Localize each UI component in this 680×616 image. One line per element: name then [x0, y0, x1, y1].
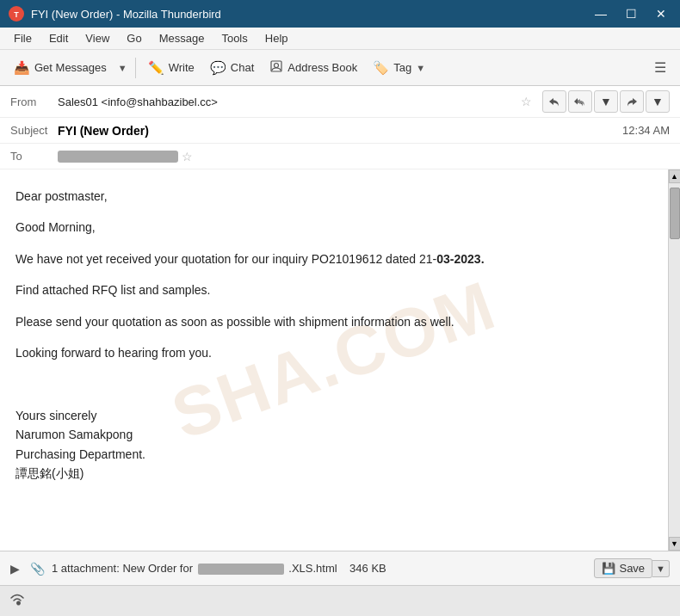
menu-tools[interactable]: Tools — [214, 30, 254, 46]
menubar: File Edit View Go Message Tools Help — [0, 28, 680, 50]
attachment-prefix: 1 attachment: New Order for — [52, 562, 193, 575]
address-book-icon — [269, 59, 283, 76]
app-icon: T — [9, 6, 24, 22]
titlebar-left: T FYI (New Order) - Mozilla Thunderbird — [9, 6, 221, 22]
chat-icon: 💬 — [210, 60, 226, 76]
menu-view[interactable]: View — [78, 30, 116, 46]
paperclip-icon: 📎 — [30, 562, 45, 576]
toolbar: 📥 Get Messages ▼ ✏️ Write 💬 Chat Address… — [0, 50, 680, 86]
subject-row: Subject FYI (New Order) 12:34 AM — [0, 118, 680, 144]
window-controls: — ☐ ✕ — [590, 5, 671, 22]
get-messages-label: Get Messages — [34, 61, 107, 74]
attachment-extension: .XLS.html — [288, 562, 337, 575]
email-body: SHA.COM Dear postmaster, Good Morning, W… — [0, 169, 668, 551]
get-messages-icon: 📥 — [14, 60, 30, 76]
attachment-size: 346 KB — [349, 562, 386, 575]
save-button-group: 💾 Save ▼ — [594, 558, 670, 578]
save-button[interactable]: 💾 Save — [594, 558, 652, 578]
save-dropdown-button[interactable]: ▼ — [652, 560, 670, 577]
dropdown-button[interactable]: ▼ — [594, 90, 618, 113]
scroll-thumb[interactable] — [670, 188, 680, 239]
body-signature: Yours sincerely Narumon Samakpong Purcha… — [15, 406, 652, 484]
get-messages-dropdown[interactable]: ▼ — [115, 59, 130, 77]
body-line-4: Find attached RFQ list and samples. — [15, 280, 652, 299]
hamburger-menu-button[interactable]: ☰ — [647, 56, 673, 79]
close-button[interactable]: ✕ — [651, 5, 671, 22]
email-header: From Sales01 <info@shahbazibel.cc> ☆ ▼ ▼… — [0, 86, 680, 169]
attachment-filename-blurred — [198, 564, 284, 575]
reply-all-button[interactable] — [568, 90, 592, 113]
to-label: To — [10, 150, 58, 163]
to-row: To ☆ — [0, 144, 680, 169]
menu-go[interactable]: Go — [120, 30, 148, 46]
menu-file[interactable]: File — [7, 30, 39, 46]
address-book-label: Address Book — [287, 61, 357, 74]
main-content: From Sales01 <info@shahbazibel.cc> ☆ ▼ ▼… — [0, 86, 680, 616]
maximize-button[interactable]: ☐ — [621, 5, 642, 22]
svg-text:T: T — [14, 10, 19, 19]
body-line-6: Looking forward to hearing from you. — [15, 343, 652, 362]
scroll-down-arrow[interactable]: ▼ — [669, 537, 681, 551]
from-row: From Sales01 <info@shahbazibel.cc> ☆ ▼ ▼ — [0, 86, 680, 118]
tag-dropdown-arrow: ▼ — [416, 63, 425, 73]
get-messages-button[interactable]: 📥 Get Messages — [7, 57, 114, 79]
write-button[interactable]: ✏️ Write — [141, 57, 201, 79]
scrollbar[interactable]: ▲ ▼ — [668, 169, 680, 551]
body-line-1: Dear postmaster, — [15, 187, 652, 206]
attachment-text: 1 attachment: New Order for .XLS.html 34… — [52, 562, 587, 575]
to-value-blurred — [58, 151, 178, 163]
svg-rect-2 — [271, 61, 281, 71]
email-body-inner: Dear postmaster, Good Morning, We have n… — [15, 187, 652, 483]
tag-icon: 🏷️ — [373, 60, 389, 76]
tag-button[interactable]: 🏷️ Tag ▼ — [366, 57, 432, 79]
attachment-bar: ▶ 📎 1 attachment: New Order for .XLS.htm… — [0, 551, 680, 585]
scroll-track — [669, 183, 681, 537]
attachment-expand-icon[interactable]: ▶ — [10, 562, 20, 576]
save-icon: 💾 — [602, 562, 615, 575]
menu-help[interactable]: Help — [258, 30, 295, 46]
wifi-icon — [9, 593, 26, 610]
reply-button[interactable] — [542, 90, 566, 113]
body-line-5: Please send your quotation as soon as po… — [15, 312, 652, 331]
toolbar-sep-1 — [135, 58, 136, 78]
write-label: Write — [169, 61, 195, 74]
titlebar: T FYI (New Order) - Mozilla Thunderbird … — [0, 0, 680, 28]
subject-value: FYI (New Order) — [58, 124, 622, 138]
forward-button[interactable] — [620, 90, 644, 113]
chat-button[interactable]: 💬 Chat — [203, 57, 261, 79]
minimize-button[interactable]: — — [590, 5, 612, 22]
chat-label: Chat — [231, 61, 254, 74]
menu-message[interactable]: Message — [152, 30, 212, 46]
body-line-3: We have not yet received your quotation … — [15, 249, 652, 268]
body-line-2: Good Morning, — [15, 218, 652, 237]
from-star-icon[interactable]: ☆ — [521, 95, 532, 108]
body-line-7 — [15, 374, 652, 393]
svg-point-3 — [275, 64, 279, 68]
body-area: SHA.COM Dear postmaster, Good Morning, W… — [0, 169, 680, 551]
window-title: FYI (New Order) - Mozilla Thunderbird — [31, 8, 221, 21]
from-label: From — [10, 95, 58, 108]
email-timestamp: 12:34 AM — [622, 124, 670, 137]
save-label: Save — [619, 562, 645, 575]
tag-label: Tag — [393, 61, 411, 74]
statusbar — [0, 585, 680, 616]
write-icon: ✏️ — [148, 60, 164, 76]
menu-edit[interactable]: Edit — [42, 30, 75, 46]
from-value: Sales01 <info@shahbazibel.cc> — [58, 95, 517, 108]
scroll-up-arrow[interactable]: ▲ — [669, 169, 681, 183]
to-star-icon[interactable]: ☆ — [182, 150, 193, 163]
reply-buttons: ▼ ▼ — [542, 90, 670, 113]
address-book-button[interactable]: Address Book — [263, 56, 364, 79]
more-actions-button[interactable]: ▼ — [646, 90, 670, 113]
subject-label: Subject — [10, 124, 58, 137]
